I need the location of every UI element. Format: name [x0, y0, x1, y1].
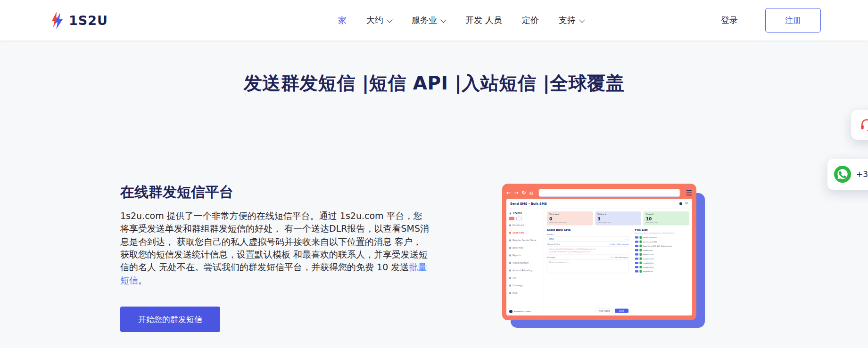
browser-chrome: ← → ↻ ⌂ ☰	[506, 187, 692, 199]
file-row: mydata4.txt	[635, 266, 689, 268]
number-icon	[509, 262, 511, 264]
message-label: Message	[547, 257, 555, 259]
nav-item-developers[interactable]: 开发 人员	[465, 15, 502, 26]
file-row: anydata.txt	[635, 270, 689, 273]
checkbox-icon	[635, 258, 638, 260]
checkbox-icon	[635, 266, 638, 268]
menu-item-help: Help	[509, 292, 541, 294]
headset-icon	[860, 118, 868, 132]
sidebar-badges	[509, 217, 541, 220]
selected-files-info: 0 files · 100% success	[610, 243, 628, 245]
logo[interactable]: 1S2U	[51, 11, 108, 29]
logo-lightning-icon	[509, 211, 512, 215]
menu-item-coverage: Coverage	[509, 284, 541, 287]
checkbox-icon	[635, 262, 638, 264]
dashboard-title: Send SMS - Bulk SMS	[510, 202, 547, 206]
form-title: Send Bulk SMS	[547, 228, 628, 232]
file-row: mydata1.txt	[635, 253, 689, 256]
selected-files-label: Selected Files	[547, 243, 560, 246]
reload-icon	[509, 270, 511, 272]
sender-label: Sender *	[547, 234, 628, 236]
forward-icon: →	[514, 190, 518, 195]
section-heading: 在线群发短信平台	[120, 183, 430, 202]
menu-item-virtual-number: Virtual Number	[509, 262, 541, 264]
coverage-icon	[509, 285, 511, 287]
file-row: Easy Send SMS Wifi Statistics.txt	[635, 244, 689, 247]
dashboard-main: Total sent 0 total SMS sent today Balanc…	[544, 209, 692, 315]
dashboard-icon	[509, 225, 511, 226]
excel-file-icon	[639, 249, 642, 251]
whatsapp-number-text: +3	[856, 170, 868, 179]
help-icon	[509, 292, 511, 294]
file-notice-box: Ordinary Send SMS Will Statistics.txt (1…	[547, 246, 628, 255]
dashboard-header-right: ☰	[679, 202, 688, 206]
api-icon	[509, 277, 511, 279]
nav-item-support[interactable]: 支持	[559, 15, 584, 26]
logo-lightning-icon	[51, 11, 65, 29]
whatsapp-contact-button[interactable]: +3	[827, 159, 868, 190]
checkbox-icon	[635, 241, 638, 243]
menu-item-send-sms: Send SMS	[509, 232, 541, 234]
excel-file-icon	[639, 261, 642, 264]
nav-support-label: 支持	[559, 15, 576, 26]
menu-item-api: API	[509, 277, 541, 279]
nav-about-label: 大约	[366, 15, 383, 26]
file-row: ameera.mar002	[635, 240, 689, 243]
start-bulk-sms-button[interactable]: 开始您的群发短信	[120, 307, 220, 332]
chevron-down-icon	[440, 16, 446, 23]
stat-cards: Total sent 0 total SMS sent today Balanc…	[547, 211, 689, 226]
sidebar-user: Alexander (Demo)	[509, 310, 541, 313]
register-button[interactable]: 注册	[765, 8, 821, 32]
top-navigation-bar: 1S2U 家 大约 服务业 开发 人员 定价 支持 登录 注册	[0, 0, 868, 40]
badge-outline	[516, 217, 521, 220]
logo-text: 1S2U	[69, 13, 108, 28]
menu-item-dashboard: Dashboard	[509, 224, 541, 226]
main-nav: 家 大约 服务业 开发 人员 定价 支持	[338, 15, 584, 26]
message-counter: 0 / 1 SMS Message(s)	[611, 257, 628, 259]
file-row: mydata.txt	[635, 249, 689, 251]
back-icon: ←	[506, 190, 511, 195]
nav-services-label: 服务业	[412, 15, 437, 26]
intro-after-link-text: 。	[138, 275, 147, 285]
dashboard-logo: 1S2U	[509, 211, 541, 215]
address-bar	[539, 189, 680, 197]
send-button: Send	[615, 309, 628, 313]
menu-item-reports: Reports	[509, 254, 541, 257]
refresh-icon: ↻	[521, 190, 526, 195]
avatar	[679, 202, 682, 205]
reports-icon	[509, 255, 511, 257]
nav-item-about[interactable]: 大约	[366, 15, 392, 26]
nav-home-label: 家	[338, 15, 347, 26]
whatsapp-icon	[834, 165, 851, 183]
dashboard-sidebar: 1S2U Dashboard Send SMS Register Sender …	[506, 209, 544, 315]
nav-item-pricing[interactable]: 定价	[522, 15, 539, 26]
checkbox-icon	[635, 253, 638, 256]
excel-file-icon	[639, 253, 642, 256]
menu-item-register-sender: Register Sender Name	[509, 239, 541, 242]
login-link[interactable]: 登录	[721, 15, 738, 26]
excel-file-icon	[639, 266, 642, 268]
stat-overall: Overall 10 total SMS sent	[644, 211, 689, 226]
avatar	[509, 310, 513, 313]
send-bulk-sms-form: Send Bulk SMS Sender * SMS1 Selected Fil…	[547, 228, 628, 314]
checkbox-icon	[635, 249, 638, 251]
nav-item-home[interactable]: 家	[338, 15, 347, 26]
nav-item-services[interactable]: 服务业	[412, 15, 446, 26]
intro-body-text: 1s2u.com 提供了一个非常方便的在线短信平台。通过 1s2u.com 平台…	[120, 210, 429, 272]
menu-icon: ☰	[685, 202, 688, 206]
file-row: ameera.mar001	[635, 236, 689, 239]
excel-file-icon	[639, 257, 642, 260]
message-textarea: Write message here...	[547, 259, 628, 273]
excel-file-icon	[639, 240, 642, 243]
sender-icon	[509, 240, 511, 242]
hero-section: 发送群发短信 |短信 API |入站短信 |全球覆盖 +3 在线群发短信平台 1…	[0, 40, 868, 348]
chevron-down-icon	[387, 16, 393, 23]
intro-paragraph: 1s2u.com 提供了一个非常方便的在线短信平台。通过 1s2u.com 平台…	[120, 210, 430, 287]
support-chat-button[interactable]	[851, 110, 868, 140]
auth-area: 登录 注册	[721, 8, 821, 32]
menu-item-account-reloading: Account Reloading	[509, 269, 541, 272]
file-row: mydata2.txt	[635, 257, 689, 260]
hero-title: 发送群发短信 |短信 API |入站短信 |全球覆盖	[0, 40, 868, 96]
stat-total-sent: Total sent 0 total SMS sent today	[547, 211, 593, 226]
badge-coral	[509, 217, 514, 220]
